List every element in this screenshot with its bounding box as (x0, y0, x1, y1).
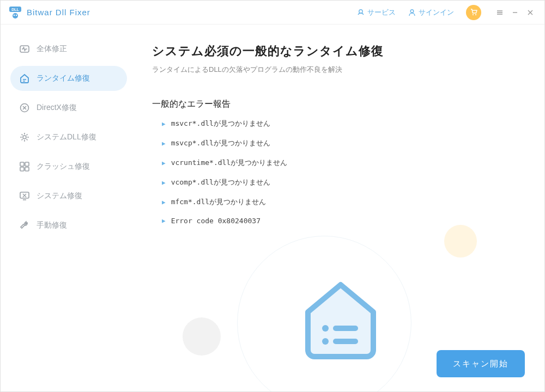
chevron-right-icon: ▶ (162, 140, 166, 147)
cart-button[interactable] (466, 5, 481, 20)
close-icon (526, 9, 534, 16)
menu-button[interactable] (493, 6, 506, 19)
sidebar: 全体修正 ランタイム修復 DirectX修復 システムDLL修復 クラッシュ修復… (1, 24, 137, 392)
svg-text:DLL: DLL (11, 8, 19, 11)
chevron-right-icon: ▶ (162, 160, 166, 167)
gear-icon (19, 132, 30, 143)
svg-point-7 (472, 14, 473, 15)
menu-icon (496, 9, 504, 16)
house-icon (19, 73, 30, 84)
sidebar-item-label: システムDLL修復 (37, 132, 96, 142)
close-button[interactable] (524, 6, 537, 19)
error-list: ▶msvcr*.dllが見つかりません ▶msvcp*.dllが見つかりません … (152, 119, 525, 225)
sidebar-item-label: 全体修正 (37, 44, 67, 54)
cart-icon (470, 8, 478, 16)
circle-x-icon (19, 102, 30, 113)
svg-rect-13 (25, 162, 29, 166)
illustration (281, 258, 401, 377)
grid-icon (19, 161, 30, 172)
user-icon (408, 8, 416, 17)
svg-point-8 (475, 14, 476, 15)
heartbeat-icon (19, 44, 30, 54)
app-logo-icon: DLL (8, 5, 22, 20)
error-item[interactable]: ▶vcruntime*.dllが見つかりません (162, 158, 525, 168)
error-text: msvcp*.dllが見つかりません (171, 138, 270, 148)
minimize-button[interactable] (508, 6, 522, 19)
house-illustration-icon (292, 268, 390, 366)
error-item[interactable]: ▶Error code 0x80240037 (162, 217, 525, 225)
error-text: msvcr*.dllが見つかりません (171, 119, 270, 128)
svg-point-5 (359, 9, 362, 13)
sidebar-item-label: クラッシュ修復 (37, 162, 90, 171)
error-text: vcomp*.dllが見つかりません (171, 177, 270, 187)
section-title: 一般的なエラー報告 (152, 99, 525, 110)
svg-rect-12 (20, 162, 24, 166)
signin-label: サインイン (419, 8, 454, 17)
svg-rect-14 (20, 167, 24, 171)
error-text: Error code 0x80240037 (171, 217, 261, 225)
error-item[interactable]: ▶msvcr*.dllが見つかりません (162, 119, 525, 128)
sidebar-item-system[interactable]: システム修復 (10, 183, 127, 209)
monitor-icon (19, 191, 30, 201)
chevron-right-icon: ▶ (162, 120, 166, 127)
sidebar-item-label: ランタイム修復 (37, 74, 90, 83)
error-text: mfcm*.dllが見つかりません (171, 197, 266, 207)
wrench-icon (19, 220, 30, 231)
app-title: Bitwar Dll Fixer (27, 8, 90, 17)
svg-point-2 (13, 13, 18, 19)
error-item[interactable]: ▶mfcm*.dllが見つかりません (162, 197, 525, 207)
chevron-right-icon: ▶ (162, 179, 166, 186)
chevron-right-icon: ▶ (162, 199, 166, 206)
page-title: システム必須の一般的なランタイム修復 (152, 43, 525, 59)
error-text: vcruntime*.dllが見つかりません (171, 158, 288, 168)
svg-point-17 (322, 325, 329, 332)
service-label: サービス (367, 8, 396, 17)
scan-button[interactable]: スキャン開始 (437, 350, 525, 377)
sidebar-item-label: 手動修復 (37, 220, 67, 230)
svg-point-3 (14, 14, 15, 15)
error-item[interactable]: ▶vcomp*.dllが見つかりません (162, 177, 525, 187)
sidebar-item-fullrepair[interactable]: 全体修正 (10, 36, 127, 62)
sidebar-item-label: システム修復 (37, 191, 82, 201)
svg-point-6 (410, 9, 414, 13)
service-link[interactable]: サービス (356, 8, 396, 17)
signin-link[interactable]: サインイン (408, 8, 454, 17)
error-item[interactable]: ▶msvcp*.dllが見つかりません (162, 138, 525, 148)
minimize-icon (511, 9, 519, 16)
headset-icon (356, 8, 365, 17)
titlebar: DLL Bitwar Dll Fixer サービス サインイン (1, 1, 544, 24)
sidebar-item-runtime[interactable]: ランタイム修復 (10, 66, 127, 91)
sidebar-item-directx[interactable]: DirectX修復 (10, 95, 127, 120)
main-content: システム必須の一般的なランタイム修復 ランタイムによるDLLの欠落やプログラムの… (137, 24, 544, 392)
svg-rect-20 (333, 339, 358, 344)
svg-point-11 (23, 136, 26, 139)
page-subtitle: ランタイムによるDLLの欠落やプログラムの動作不良を解決 (152, 65, 525, 75)
sidebar-item-label: DirectX修復 (37, 103, 77, 113)
chevron-right-icon: ▶ (162, 217, 166, 224)
svg-rect-15 (25, 167, 29, 171)
sidebar-item-systemdll[interactable]: システムDLL修復 (10, 125, 127, 150)
svg-rect-18 (333, 326, 358, 331)
svg-point-19 (322, 338, 329, 345)
sidebar-item-manual[interactable]: 手動修復 (10, 213, 127, 238)
svg-point-4 (16, 14, 17, 15)
sidebar-item-crash[interactable]: クラッシュ修復 (10, 154, 127, 179)
